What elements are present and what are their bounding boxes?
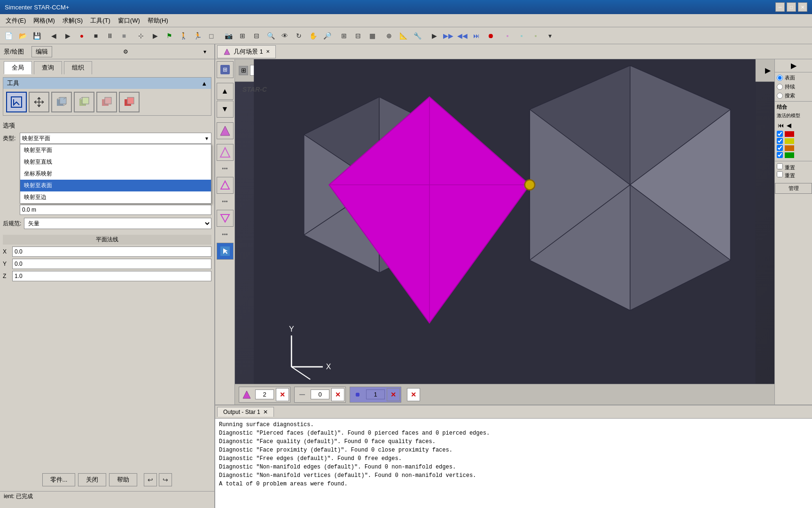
- type-dropdown[interactable]: 映射至平面 ▼: [20, 133, 211, 144]
- tb-table[interactable]: ⊟: [351, 29, 365, 42]
- vtb-obj2[interactable]: [217, 144, 234, 161]
- tb-walk[interactable]: 🚶: [177, 29, 190, 42]
- minimize-button[interactable]: ─: [775, 2, 785, 12]
- menu-solve[interactable]: 求解(S): [59, 16, 86, 26]
- tb-zoom-area[interactable]: ⊟: [250, 29, 263, 42]
- menu-help[interactable]: 帮助(H): [144, 16, 172, 26]
- panel-edit-label[interactable]: 编辑: [31, 46, 52, 57]
- tb-rotate[interactable]: ↻: [292, 29, 305, 42]
- vtb-triangle-up[interactable]: [217, 177, 234, 194]
- tools-collapse-icon[interactable]: ▲: [201, 80, 207, 87]
- tb-stop2[interactable]: ■: [117, 29, 131, 42]
- tb-tools2[interactable]: 🔧: [411, 29, 424, 42]
- tb-axes[interactable]: ⊕: [383, 29, 396, 42]
- panel-icon-dropdown[interactable]: ▾: [199, 46, 211, 57]
- radio-search[interactable]: 搜索: [777, 92, 810, 99]
- tb-save[interactable]: 💾: [30, 29, 43, 42]
- value2-input[interactable]: [20, 205, 211, 215]
- dropdown-item-0[interactable]: 映射至平面: [20, 144, 211, 156]
- tab-organize[interactable]: 组织: [64, 61, 92, 74]
- tb-play[interactable]: ▶: [428, 29, 441, 42]
- tab-global[interactable]: 全局: [4, 61, 32, 74]
- radio-persist[interactable]: 持续: [777, 83, 810, 90]
- tb-palette2[interactable]: ▪: [515, 29, 528, 42]
- parts-button[interactable]: 零件...: [42, 473, 76, 486]
- tool-move[interactable]: [29, 92, 49, 112]
- nav-prev[interactable]: ◀: [786, 121, 792, 130]
- tb-chart[interactable]: ▦: [366, 29, 379, 42]
- vtb-expand-down[interactable]: ▼: [217, 101, 234, 118]
- ctrl-del-1[interactable]: ✕: [276, 388, 289, 401]
- tb-view[interactable]: 👁: [278, 29, 291, 42]
- nav-first[interactable]: ⏮: [777, 121, 785, 130]
- dropdown-item-2[interactable]: 坐标系映射: [20, 168, 211, 180]
- dropdown-item-4[interactable]: 映射至边: [20, 191, 211, 203]
- tb-box[interactable]: ◻: [205, 29, 218, 42]
- tool-cube2[interactable]: [74, 92, 94, 112]
- vtb-cursor[interactable]: [217, 243, 234, 260]
- help-button[interactable]: 帮助: [109, 473, 137, 486]
- dropdown-item-3[interactable]: 映射至表面: [20, 180, 211, 191]
- color-check-1[interactable]: [777, 131, 783, 137]
- menu-file[interactable]: 文件(E): [2, 16, 30, 26]
- tb-palette3[interactable]: ▪: [529, 29, 542, 42]
- tb-zoom-fit[interactable]: ⊞: [236, 29, 249, 42]
- tool-select[interactable]: [6, 92, 27, 112]
- tool-cube3[interactable]: [96, 92, 117, 112]
- y-input[interactable]: [12, 259, 211, 269]
- tb-record[interactable]: ●: [75, 29, 88, 42]
- redo-btn[interactable]: ↪: [159, 473, 172, 486]
- menu-window[interactable]: 窗口(W): [114, 16, 144, 26]
- tb-pan[interactable]: ✋: [306, 29, 320, 42]
- tb-grid[interactable]: ⊞: [337, 29, 351, 42]
- tb-open[interactable]: 📂: [16, 29, 29, 42]
- tab-query[interactable]: 查询: [34, 61, 62, 74]
- tb-run[interactable]: ▶: [148, 29, 162, 42]
- right-expand-btn[interactable]: ▶: [775, 59, 812, 72]
- tb-back[interactable]: ◀: [47, 29, 60, 42]
- close-button[interactable]: 关闭: [78, 473, 106, 486]
- output-tab[interactable]: Output - Star 1 ✕: [217, 407, 274, 417]
- x-input[interactable]: [12, 246, 211, 257]
- maximize-button[interactable]: □: [787, 2, 796, 12]
- undo-btn[interactable]: ↩: [144, 473, 157, 486]
- color-check-3[interactable]: [777, 145, 783, 151]
- close-button[interactable]: ✕: [798, 2, 807, 12]
- tb-flag[interactable]: ⚑: [163, 29, 176, 42]
- rebuild-check-2[interactable]: [777, 171, 783, 177]
- rebuild-check-1[interactable]: [777, 163, 783, 169]
- tb-run2[interactable]: 🏃: [191, 29, 204, 42]
- tb-new[interactable]: 📄: [2, 29, 15, 42]
- tool-cube1[interactable]: [51, 92, 72, 112]
- tb-forward[interactable]: ▶: [61, 29, 74, 42]
- viewport-close-icon[interactable]: ✕: [266, 49, 270, 54]
- ctrl-del-3[interactable]: ✕: [387, 388, 400, 401]
- tb-zoom-in[interactable]: 🔍: [264, 29, 277, 42]
- manage-button[interactable]: 管理: [775, 183, 812, 194]
- normal-type-select[interactable]: 矢量: [24, 218, 211, 229]
- color-check-2[interactable]: [777, 138, 783, 144]
- scene-3d[interactable]: ⊞ 默认色 ▼: [235, 59, 774, 405]
- tool-cube4[interactable]: [119, 92, 140, 112]
- tb-pause[interactable]: ⏸: [103, 29, 117, 42]
- z-input[interactable]: [12, 271, 211, 281]
- tb-skip-forward2[interactable]: ⏭: [470, 29, 483, 42]
- output-tab-close[interactable]: ✕: [263, 409, 268, 415]
- color-check-4[interactable]: [777, 152, 783, 158]
- vtb-expand-up[interactable]: ▲: [217, 83, 234, 100]
- tb-skip-forward[interactable]: ▶▶: [442, 29, 455, 42]
- vtb-obj1[interactable]: [217, 122, 234, 139]
- panel-icon-gear[interactable]: ⚙: [120, 46, 131, 57]
- radio-surface[interactable]: 表面: [777, 74, 810, 81]
- ctrl-del-2[interactable]: ✕: [331, 388, 344, 401]
- viewport-tab[interactable]: 几何场景 1 ✕: [217, 45, 276, 58]
- tb-more[interactable]: ▾: [543, 29, 556, 42]
- menu-mesh[interactable]: 网格(M): [30, 16, 59, 26]
- vtb-triangle-down[interactable]: [217, 210, 234, 227]
- vtb-scene-tree[interactable]: ⊞: [217, 61, 234, 78]
- tb-stop[interactable]: ■: [89, 29, 102, 42]
- tb-rec-circle[interactable]: ⏺: [484, 29, 497, 42]
- menu-tools[interactable]: 工具(T): [86, 16, 114, 26]
- tb-skip-back[interactable]: ◀◀: [456, 29, 469, 42]
- tb-select[interactable]: ⊹: [134, 29, 148, 42]
